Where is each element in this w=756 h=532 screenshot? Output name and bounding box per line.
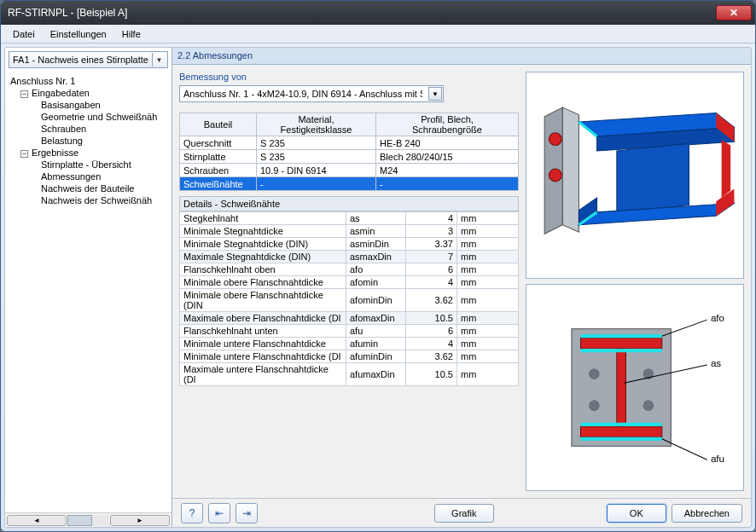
- details-row[interactable]: Flanschkehlnaht untenafu6mm: [180, 325, 519, 338]
- details-row[interactable]: Maximale untere Flanschnahtdicke (DIafum…: [180, 363, 519, 386]
- preview-2d[interactable]: afo as afu: [526, 284, 744, 491]
- collapse-icon: −: [20, 150, 28, 158]
- details-table: Stegkehlnahtas4mmMinimale Stegnahtdickea…: [179, 211, 519, 386]
- case-selector-value: FA1 - Nachweis eines Stirnplatte: [13, 55, 149, 65]
- details-row[interactable]: Flanschkehlnaht obenafo6mm: [180, 263, 519, 276]
- col-bauteil: Bauteil: [180, 113, 257, 136]
- ok-button[interactable]: OK: [607, 504, 666, 523]
- chevron-down-icon: ▼: [428, 87, 442, 101]
- tree-item[interactable]: Nachweis der Schweißnäh: [5, 194, 172, 206]
- details-row[interactable]: Minimale obere Flanschnahtdicke (DINafom…: [180, 289, 519, 312]
- svg-rect-18: [581, 334, 662, 338]
- cancel-button[interactable]: Abbrechen: [672, 504, 742, 523]
- titlebar: RF-STIRNPL - [Beispiel A] ✕: [1, 1, 755, 25]
- tree-item[interactable]: Abmessungen: [5, 171, 172, 182]
- menu-help[interactable]: Hilfe: [115, 27, 148, 41]
- content-left: Bemessung von Anschluss Nr. 1 - 4xM24-10…: [179, 72, 519, 491]
- svg-marker-1: [562, 107, 579, 232]
- svg-point-25: [643, 400, 654, 411]
- tree-ergebnisse[interactable]: −Ergebnisse: [5, 147, 172, 159]
- bemessung-selector[interactable]: Anschluss Nr. 1 - 4xM24-10.9, DIN 6914 -…: [179, 85, 444, 102]
- content: Bemessung von Anschluss Nr. 1 - 4xM24-10…: [172, 65, 751, 498]
- tree-item[interactable]: Geometrie und Schweißnäh: [5, 111, 172, 123]
- scroll-track[interactable]: [67, 515, 109, 526]
- arrow-left-icon: ⇤: [215, 507, 224, 519]
- collapse-icon: −: [20, 90, 28, 98]
- weld-diagram-icon: afo as afu: [526, 285, 743, 490]
- svg-rect-17: [617, 349, 626, 426]
- svg-marker-6: [617, 143, 689, 211]
- svg-rect-19: [581, 349, 662, 352]
- tree-item[interactable]: Nachweis der Bauteile: [5, 182, 172, 194]
- details-row[interactable]: Maximale Stegnahtdicke (DIN)asmaxDin7mm: [180, 251, 519, 263]
- bemessung-value: Anschluss Nr. 1 - 4xM24-10.9, DIN 6914 -…: [183, 89, 422, 99]
- svg-marker-11: [722, 140, 731, 198]
- svg-point-24: [589, 400, 600, 411]
- svg-line-28: [662, 439, 707, 460]
- left-pane: FA1 - Nachweis eines Stirnplatte ▼ Ansch…: [5, 48, 172, 527]
- table-row-selected[interactable]: Schweißnähte--: [180, 177, 519, 191]
- nav-tree: Anschluss Nr. 1 −Eingabedaten Basisangab…: [5, 72, 172, 512]
- svg-point-2: [549, 133, 561, 146]
- client-area: FA1 - Nachweis eines Stirnplatte ▼ Ansch…: [4, 47, 752, 528]
- help-button[interactable]: ?: [181, 503, 203, 523]
- grafik-button[interactable]: Grafik: [434, 504, 494, 523]
- svg-point-22: [589, 368, 600, 379]
- tree-item[interactable]: Belastung: [5, 135, 172, 147]
- details-row[interactable]: Minimale obere Flanschnahtdickeafomin4mm: [180, 276, 519, 289]
- panel-title: 2.2 Abmessungen: [172, 48, 751, 65]
- content-right: afo as afu: [526, 72, 744, 491]
- svg-line-26: [662, 320, 707, 336]
- scroll-left-button[interactable]: ◄: [7, 515, 67, 526]
- details-row[interactable]: Minimale Stegnahtdickeasmin3mm: [180, 225, 519, 238]
- case-selector[interactable]: FA1 - Nachweis eines Stirnplatte ▼: [9, 51, 168, 68]
- svg-rect-15: [581, 338, 662, 349]
- tree-item[interactable]: Stirnplatte - Übersicht: [5, 159, 172, 171]
- tree-label: Eingabedaten: [32, 88, 90, 98]
- bemessung-label: Bemessung von: [179, 72, 519, 82]
- col-profil: Profil, Blech, Schraubengröße: [376, 113, 519, 136]
- details-row[interactable]: Maximale obere Flanschnahtdicke (DIafoma…: [180, 312, 519, 325]
- svg-point-3: [549, 169, 561, 182]
- right-pane: 2.2 Abmessungen Bemessung von Anschluss …: [172, 48, 751, 527]
- app-window: RF-STIRNPL - [Beispiel A] ✕ Datei Einste…: [0, 0, 756, 532]
- horizontal-scrollbar[interactable]: ◄ ►: [5, 512, 172, 527]
- menubar: Datei Einstellungen Hilfe: [1, 25, 755, 43]
- window-title: RF-STIRNPL - [Beispiel A]: [8, 7, 716, 19]
- table-row[interactable]: Schrauben10.9 - DIN 6914M24: [180, 164, 519, 177]
- svg-rect-20: [581, 423, 662, 426]
- menu-settings[interactable]: Einstellungen: [44, 27, 113, 41]
- label-afo: afo: [711, 312, 724, 323]
- col-material: Material, Festigkeitsklasse: [257, 113, 376, 136]
- prev-button[interactable]: ⇤: [208, 503, 230, 523]
- table-row[interactable]: QuerschnittS 235HE-B 240: [180, 136, 519, 150]
- menu-file[interactable]: Datei: [6, 27, 42, 41]
- next-button[interactable]: ⇥: [236, 503, 258, 523]
- details-row[interactable]: Minimale untere Flanschnahtdicke (DIafum…: [180, 350, 519, 363]
- svg-rect-21: [581, 437, 662, 441]
- beam-3d-icon: [526, 72, 743, 278]
- label-as: as: [711, 357, 721, 368]
- components-table: Bauteil Material, Festigkeitsklasse Prof…: [179, 113, 519, 191]
- arrow-right-icon: ⇥: [242, 507, 251, 519]
- details-row[interactable]: Minimale Stegnahtdicke (DIN)asminDin3.37…: [180, 238, 519, 251]
- preview-3d[interactable]: [526, 72, 744, 279]
- tree-label: Ergebnisse: [32, 147, 79, 158]
- details-row[interactable]: Stegkehlnahtas4mm: [180, 212, 519, 225]
- tree-item[interactable]: Basisangaben: [5, 99, 172, 111]
- scroll-right-button[interactable]: ►: [110, 515, 170, 526]
- scroll-thumb[interactable]: [67, 515, 92, 526]
- help-icon: ?: [189, 507, 195, 519]
- chevron-down-icon: ▼: [152, 53, 166, 66]
- details-header: Details - Schweißnähte: [179, 196, 519, 211]
- footer: ? ⇤ ⇥ Grafik OK Abbrechen: [172, 498, 751, 527]
- tree-eingabedaten[interactable]: −Eingabedaten: [5, 87, 172, 99]
- svg-rect-16: [581, 426, 662, 437]
- label-afu: afu: [711, 453, 724, 464]
- table-row[interactable]: StirnplatteS 235Blech 280/240/15: [180, 150, 519, 164]
- details-row[interactable]: Minimale untere Flanschnahtdickeafumin4m…: [180, 338, 519, 350]
- tree-item[interactable]: Schrauben: [5, 123, 172, 135]
- close-button[interactable]: ✕: [716, 5, 752, 20]
- tree-root[interactable]: Anschluss Nr. 1: [5, 75, 172, 87]
